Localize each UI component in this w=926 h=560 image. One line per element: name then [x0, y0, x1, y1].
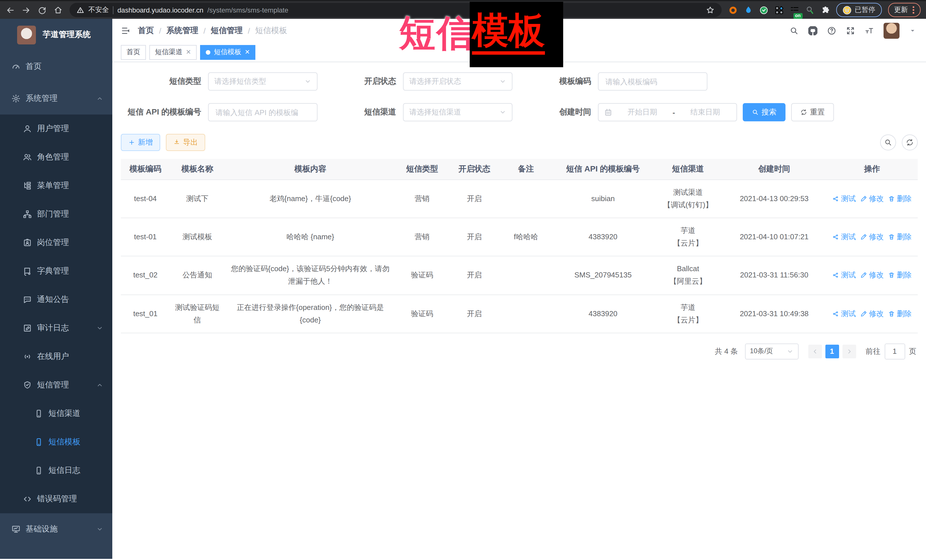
export-button[interactable]: 导出 [166, 134, 205, 151]
tab-sms-channel[interactable]: 短信渠道 ✕ [149, 45, 197, 60]
chevron-down-icon [96, 526, 103, 533]
url-host: dashboard.yudao.iocoder.cn [117, 6, 203, 14]
chevron-up-icon [96, 382, 103, 388]
tab-home[interactable]: 首页 [121, 45, 146, 60]
extension-blue-drop-icon[interactable] [744, 5, 753, 15]
edit-link[interactable]: 修改 [861, 193, 884, 205]
extension-orange-ring-icon[interactable] [728, 5, 737, 15]
edit-link[interactable]: 修改 [861, 269, 884, 282]
url-path: /system/sms/sms-template [207, 6, 701, 14]
caret-down-icon[interactable] [909, 27, 916, 34]
page-size-select[interactable]: 10条/页 [745, 344, 798, 359]
extension-grid-icon[interactable] [775, 5, 784, 15]
sidebar-item-online-users[interactable]: 在线用户 [0, 343, 112, 371]
sidebar-item-home[interactable]: 首页 [0, 51, 112, 83]
refresh-table-button[interactable] [902, 134, 917, 150]
api-template-id-field [208, 103, 318, 121]
create-time-range-picker[interactable]: 开始日期 - 结束日期 [598, 103, 737, 121]
github-icon[interactable] [808, 26, 817, 35]
delete-link[interactable]: 删除 [888, 269, 912, 282]
sidebar-item-sms-management[interactable]: 短信管理 [0, 371, 112, 399]
sms-template-table: 模板编码 模板名称 模板内容 短信类型 开启状态 备注 短信 API 的模板编号… [121, 159, 917, 333]
sidebar-item-system-management[interactable]: 系统管理 [0, 83, 112, 115]
sidebar-item-dict-management[interactable]: 字典管理 [0, 257, 112, 285]
sidebar-item-user-management[interactable]: 用户管理 [0, 115, 112, 143]
url-bar[interactable]: 不安全 dashboard.yudao.iocoder.cn /system/s… [70, 3, 721, 17]
test-link[interactable]: 测试 [832, 307, 856, 320]
header-search-icon[interactable] [789, 26, 798, 35]
template-code-input[interactable] [604, 77, 701, 86]
goto-page-input[interactable] [884, 344, 905, 359]
sidebar-item-error-code[interactable]: 错误码管理 [0, 485, 112, 513]
reset-button[interactable]: 重置 [791, 103, 834, 121]
reload-icon[interactable] [38, 5, 47, 15]
toggle-search-button[interactable] [880, 134, 896, 150]
sidebar-item-menu-management[interactable]: 菜单管理 [0, 172, 112, 200]
browser-menu-icon[interactable] [912, 6, 914, 14]
test-link[interactable]: 测试 [832, 269, 856, 282]
test-link[interactable]: 测试 [832, 193, 856, 205]
sidebar-fold-icon[interactable] [121, 26, 130, 35]
sidebar-item-notice[interactable]: 通知公告 [0, 285, 112, 314]
sidebar: 芋道管理系统 首页 系统管理 用户管理 角色管理 [0, 19, 112, 559]
extension-list-on-icon[interactable]: on [790, 5, 799, 15]
sidebar-item-infrastructure[interactable]: 基础设施 [0, 513, 112, 545]
breadcrumb: 首页 / 系统管理 / 短信管理 / 短信模板 [138, 26, 287, 36]
breadcrumb-home[interactable]: 首页 [138, 26, 154, 36]
app-logo[interactable]: 芋道管理系统 [0, 19, 112, 51]
prev-page-button[interactable] [808, 345, 822, 358]
extensions-puzzle-icon[interactable] [820, 5, 830, 15]
open-status-select[interactable]: 请选择开启状态 [403, 72, 513, 91]
shield-check-icon [23, 380, 32, 389]
profile-paused-badge[interactable]: 已暂停 [836, 3, 882, 17]
sidebar-item-sms-log[interactable]: 短信日志 [0, 456, 112, 485]
pagination: 共 4 条 10条/页 1 前往 页 [122, 344, 916, 359]
api-template-id-input[interactable] [214, 107, 311, 117]
edit-link[interactable]: 修改 [861, 231, 884, 243]
filter-row-2: 短信 API 的模板编号 短信渠道 请选择短信渠道 创建时间 开始日期 - [121, 103, 917, 121]
sidebar-item-post-management[interactable]: 岗位管理 [0, 228, 112, 257]
org-tree-icon [23, 210, 32, 219]
sms-channel-select[interactable]: 请选择短信渠道 [403, 103, 513, 121]
breadcrumb-sms[interactable]: 短信管理 [211, 26, 243, 36]
delete-link[interactable]: 删除 [888, 193, 912, 205]
extension-magnifier-icon[interactable] [805, 5, 814, 15]
back-icon[interactable] [6, 5, 15, 15]
close-icon[interactable]: ✕ [186, 49, 191, 55]
font-size-icon[interactable] [864, 26, 873, 35]
chevron-down-icon [499, 78, 506, 85]
template-code-field [598, 72, 707, 91]
next-page-button[interactable] [842, 345, 856, 358]
add-button[interactable]: 新增 [121, 134, 160, 151]
sidebar-item-sms-channel[interactable]: 短信渠道 [0, 399, 112, 428]
refresh-icon [800, 109, 807, 116]
browser-update-button[interactable]: 更新 [888, 3, 920, 17]
edit-link[interactable]: 修改 [861, 307, 884, 320]
sidebar-item-audit-log[interactable]: 审计日志 [0, 314, 112, 343]
start-date-placeholder: 开始日期 [617, 107, 668, 117]
sidebar-item-role-management[interactable]: 角色管理 [0, 143, 112, 172]
breadcrumb-system[interactable]: 系统管理 [166, 26, 198, 36]
search-button[interactable]: 搜索 [743, 103, 785, 121]
bookmark-star-icon[interactable] [705, 5, 714, 15]
sms-type-label: 短信类型 [121, 76, 208, 87]
fullscreen-icon[interactable] [846, 26, 855, 35]
sidebar-item-sms-template[interactable]: 短信模板 [0, 428, 112, 456]
sidebar-item-dept-management[interactable]: 部门管理 [0, 200, 112, 228]
help-icon[interactable] [827, 26, 836, 35]
close-icon[interactable]: ✕ [245, 49, 250, 55]
test-link[interactable]: 测试 [832, 231, 856, 243]
tab-sms-template[interactable]: 短信模板 ✕ [200, 45, 256, 60]
col-template-content: 模板内容 [225, 159, 396, 180]
filter-row-1: 短信类型 请选择短信类型 开启状态 请选择开启状态 模板编码 [121, 72, 917, 91]
sms-type-select[interactable]: 请选择短信类型 [208, 72, 318, 91]
url-divider [113, 6, 113, 14]
extension-green-circle-icon[interactable] [759, 5, 768, 15]
forward-icon[interactable] [22, 5, 31, 15]
delete-link[interactable]: 删除 [888, 231, 912, 243]
current-page[interactable]: 1 [825, 345, 839, 358]
delete-link[interactable]: 删除 [888, 307, 912, 320]
open-status-label: 开启状态 [318, 76, 403, 87]
avatar[interactable] [883, 23, 899, 39]
home-icon[interactable] [54, 5, 63, 15]
